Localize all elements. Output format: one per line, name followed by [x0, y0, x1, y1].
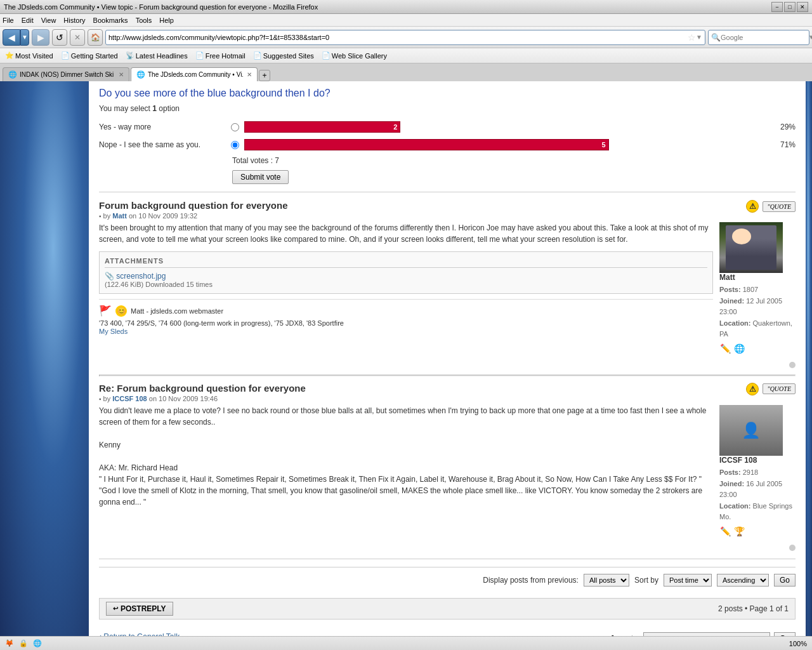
tab-indak-close[interactable]: ✕	[119, 71, 124, 78]
return-link[interactable]: ‹ Return to General Talk	[99, 632, 180, 636]
reload-button[interactable]: ↺	[52, 29, 67, 46]
back-button[interactable]: ◀	[3, 29, 20, 46]
scroll-indicator-2	[789, 545, 796, 551]
post-2-actions: ⚠ "QUOTE	[746, 383, 796, 395]
stop-button[interactable]: ✕	[70, 29, 85, 46]
search-dropdown-icon[interactable]: ▼	[808, 34, 812, 41]
my-sleds-link[interactable]: My Sleds	[99, 328, 128, 335]
tabs-bar: 🌐 INDAK (NOS) Dimmer Switch Ski Doo TN..…	[0, 63, 812, 81]
dropdown-icon[interactable]: ▼	[696, 34, 702, 41]
bookmark-free-hotmail[interactable]: 📄 Free Hotmail	[193, 51, 248, 60]
url-bar-container: ☆ ▼	[105, 30, 705, 45]
poll-radio-yes[interactable]	[231, 123, 239, 131]
scroll-indicator-1	[789, 362, 796, 368]
close-btn[interactable]: ✕	[797, 2, 808, 12]
home-button[interactable]: 🏠	[88, 29, 103, 46]
bookmark-most-visited[interactable]: ⭐ Most Visited	[3, 51, 56, 60]
new-tab-button[interactable]: +	[259, 70, 270, 81]
bookmark-web-slice[interactable]: 📄 Web Slice Gallery	[319, 51, 390, 60]
poll-subtitle: You may select 1 option	[99, 104, 796, 113]
search-input[interactable]	[721, 34, 808, 41]
submit-vote-button[interactable]: Submit vote	[232, 170, 289, 184]
post-2-icon: ▪	[99, 395, 102, 402]
tab-indak[interactable]: 🌐 INDAK (NOS) Dimmer Switch Ski Doo TN..…	[3, 67, 129, 81]
minimize-btn[interactable]: −	[771, 2, 783, 12]
menu-view[interactable]: View	[41, 17, 56, 24]
quote-btn-1[interactable]: "QUOTE	[763, 201, 796, 212]
attachments-title: ATTACHMENTS	[105, 257, 707, 268]
bookmark-suggested-sites[interactable]: 📄 Suggested Sites	[251, 51, 317, 60]
menu-tools[interactable]: Tools	[136, 17, 152, 24]
rss-icon: 📡	[126, 51, 134, 60]
web-icon-1[interactable]: 🌐	[733, 343, 745, 354]
poll-option-yes: Yes - way more 2 29%	[99, 121, 796, 133]
post-2-title: Re: Forum background question for everyo…	[99, 383, 306, 394]
back-dropdown[interactable]: ▼	[20, 29, 29, 46]
post-1-author: Matt	[112, 212, 127, 220]
page-icon-1: 📄	[61, 51, 70, 60]
browser-titlebar: The JDsleds.com Community • View topic -…	[0, 0, 812, 14]
attachment-link[interactable]: screenshot.jpg	[116, 272, 166, 281]
post-reply-button[interactable]: ↩ POSTREPLY	[106, 602, 173, 616]
bookmark-getting-started[interactable]: 📄 Getting Started	[58, 51, 121, 60]
poll-radio-nope[interactable]	[231, 141, 239, 149]
post-2-meta: ▪ by ICCSF 108 on 10 Nov 2009 19:46	[99, 395, 306, 402]
poll-total: Total votes : 7	[232, 156, 796, 165]
menu-help[interactable]: Help	[159, 17, 174, 24]
sort-select[interactable]: Post time	[664, 574, 712, 587]
bookmark-suggested-sites-label: Suggested Sites	[263, 52, 314, 60]
forward-button[interactable]: ▶	[32, 29, 49, 46]
edit-icon-1[interactable]: ✏️	[719, 343, 731, 354]
post-1-body-area: It's been brought to my attention that m…	[99, 222, 713, 354]
bottom-nav: ‹ Return to General Talk Jump to: Genera…	[99, 625, 796, 636]
page-icon-4: 📄	[322, 51, 331, 60]
browser-title: The JDsleds.com Community • View topic -…	[4, 3, 318, 11]
display-select[interactable]: All posts	[584, 574, 629, 587]
search-bar-container: 🔍 ▼ 🔍	[708, 30, 809, 45]
post-1-header: Forum background question for everyone ▪…	[99, 200, 796, 220]
bookmarks-bar: ⭐ Most Visited 📄 Getting Started 📡 Lates…	[0, 48, 812, 63]
post-1-actions: ⚠ "QUOTE	[746, 200, 796, 213]
order-select[interactable]: Ascending	[717, 574, 769, 587]
bookmark-web-slice-label: Web Slice Gallery	[332, 52, 387, 60]
warn-icon-2[interactable]: ⚠	[746, 383, 759, 395]
url-input[interactable]	[108, 34, 688, 41]
quote-btn-2[interactable]: "QUOTE	[763, 383, 796, 394]
post-2-avatar-img: 👤	[719, 405, 783, 456]
post-2-line-quote1: " I Hunt For it, Purchase it, Haul it, S…	[99, 474, 713, 485]
menu-file[interactable]: File	[3, 17, 14, 24]
tab-jdsleds[interactable]: 🌐 The JDsleds.com Community • Vi... ✕	[131, 67, 258, 81]
jump-select[interactable]: General Talk	[643, 632, 770, 636]
menu-history[interactable]: History	[63, 17, 85, 24]
post-2-date: on 10 Nov 2009 19:46	[149, 395, 218, 402]
menu-bookmarks[interactable]: Bookmarks	[93, 17, 128, 24]
jump-label: Jump to:	[610, 634, 639, 636]
edit-icon-2[interactable]: ✏️	[719, 526, 731, 537]
star-icon[interactable]: ☆	[688, 32, 696, 43]
post-2-title-area: Re: Forum background question for everyo…	[99, 383, 306, 402]
trophy-icon-2[interactable]: 🏆	[733, 526, 745, 537]
maximize-btn[interactable]: □	[784, 2, 796, 12]
sort-label: Sort by	[634, 576, 658, 585]
page-info: 2 posts • Page 1 of 1	[718, 604, 789, 613]
menu-edit[interactable]: Edit	[22, 17, 34, 24]
bookmark-latest-headlines[interactable]: 📡 Latest Headlines	[123, 51, 190, 60]
page-content[interactable]: Do you see more of the blue background t…	[89, 81, 806, 636]
poll-option-nope-label: Nope - I see the same as you.	[99, 140, 226, 149]
attachments-box: ATTACHMENTS 📎 screenshot.jpg (122.46 KiB…	[99, 251, 713, 294]
post-1-avatar-col: Matt Posts: 1807 Joined: 12 Jul 2005 23:…	[719, 222, 796, 354]
post-2-layout: You didn't leave me a place to vote? I s…	[99, 405, 796, 537]
page-wrapper: Do you see more of the blue background t…	[0, 81, 812, 636]
jump-go-button[interactable]: Go	[774, 632, 796, 636]
post-2-user-stats: Posts: 2918 Joined: 16 Jul 2005 23:00 Lo…	[719, 467, 796, 523]
tab-jdsleds-close[interactable]: ✕	[247, 71, 252, 78]
divider-2	[99, 559, 796, 559]
go-button[interactable]: Go	[774, 574, 796, 587]
post-1-meta: ▪ by Matt on 10 Nov 2009 19:32	[99, 212, 288, 220]
flag-icon: 🚩	[99, 305, 112, 317]
poll-bar-yes-count: 2	[393, 123, 397, 131]
left-sidebar	[0, 81, 89, 636]
post-1: Forum background question for everyone ▪…	[99, 200, 796, 354]
warn-icon-1[interactable]: ⚠	[746, 200, 759, 213]
attachment-icon: 📎	[105, 272, 114, 281]
